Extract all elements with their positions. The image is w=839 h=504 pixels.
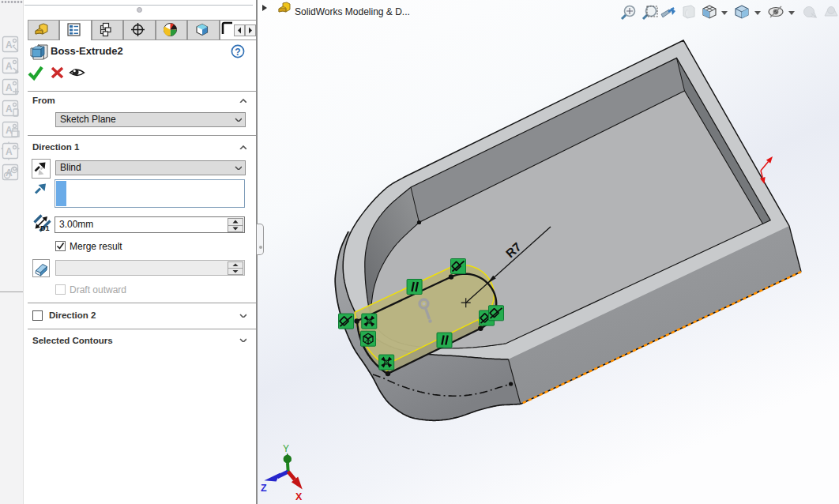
svg-text:D1: D1 (40, 224, 50, 232)
svg-text:X: X (295, 491, 303, 502)
svg-text:Y: Y (283, 443, 289, 454)
svg-text:SolidWorks Modeling & D...: SolidWorks Modeling & D... (295, 6, 410, 17)
svg-text:A: A (6, 146, 13, 157)
svg-text:A: A (6, 61, 13, 72)
svg-text:Z: Z (261, 483, 267, 494)
svg-text:?: ? (235, 47, 240, 58)
svg-text:A: A (6, 103, 13, 115)
svg-text:A: A (6, 82, 13, 93)
